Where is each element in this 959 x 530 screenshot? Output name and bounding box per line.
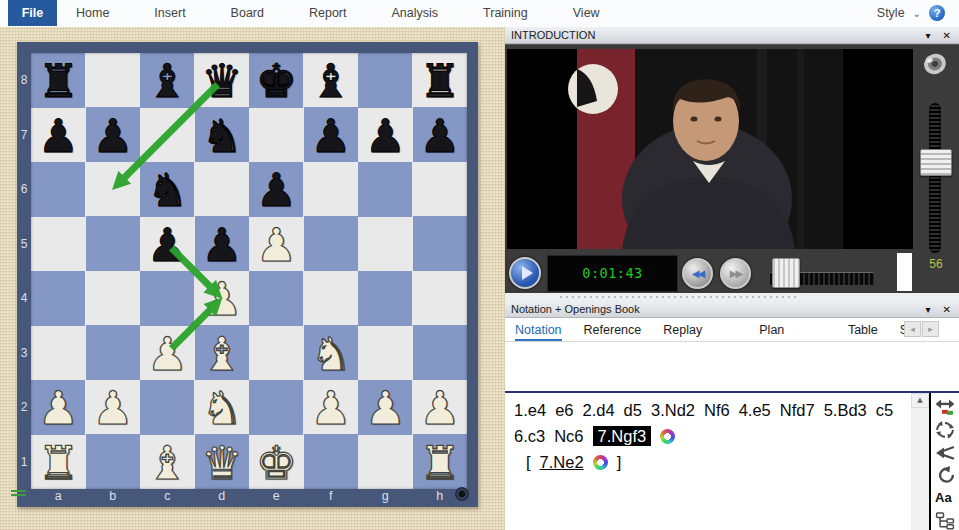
black-bishop-f8[interactable]: ♝ (304, 53, 359, 108)
menu-item-view[interactable]: View (573, 6, 600, 20)
play-button[interactable] (509, 257, 541, 289)
board-corner-button[interactable] (455, 487, 469, 501)
white-knight-d2[interactable]: ♞ (195, 380, 250, 435)
tab-table[interactable]: Table (848, 318, 878, 341)
white-pawn-g2[interactable]: ♟ (358, 380, 413, 435)
rewind-button[interactable]: ◀◀ (682, 258, 713, 289)
fast-forward-icon: ▶▶ (730, 268, 741, 279)
close-icon[interactable]: ✕ (943, 301, 951, 318)
moves-area[interactable]: 1.e4e62.d4d53.Nd2Nf64.e5Nfd75.Bd3c56.c3N… (505, 393, 911, 530)
font-icon[interactable]: Aa (935, 489, 955, 507)
move-token[interactable]: Nf6 (704, 401, 730, 419)
rank-labels: 87654321 (17, 53, 31, 489)
black-rook-h8[interactable]: ♜ (413, 53, 468, 108)
black-pawn-d5[interactable]: ♟ (195, 217, 250, 272)
rank-label-3: 3 (17, 326, 31, 381)
tab-plan-explorer[interactable]: Plan Explorer (759, 318, 826, 341)
white-bishop-c1[interactable]: ♝ (140, 435, 195, 490)
white-knight-f3[interactable]: ♞ (304, 326, 359, 381)
white-pawn-f2[interactable]: ♟ (304, 380, 359, 435)
black-knight-d7[interactable]: ♞ (195, 108, 250, 163)
help-icon[interactable]: ? (929, 5, 945, 21)
variation-bracket: [ (526, 453, 531, 471)
move-token[interactable]: 6.c3 (514, 427, 545, 445)
volume-slider-track[interactable] (929, 103, 941, 253)
black-pawn-a7[interactable]: ♟ (31, 108, 86, 163)
move-token[interactable]: Nc6 (554, 427, 583, 445)
speaker-icon (921, 51, 949, 77)
white-bishop-d3[interactable]: ♝ (195, 326, 250, 381)
white-pawn-h2[interactable]: ♟ (413, 380, 468, 435)
notation-panel-titlebar: Notation + Openings Book ▾ ✕ (505, 301, 959, 318)
white-pawn-e5[interactable]: ♟ (249, 217, 304, 272)
black-queen-d8[interactable]: ♛ (195, 53, 250, 108)
scroll-up-icon[interactable]: ▲ (911, 393, 929, 408)
menu-item-board[interactable]: Board (231, 6, 264, 20)
swap-moves-icon[interactable] (935, 398, 955, 416)
fast-forward-button[interactable]: ▶▶ (720, 258, 751, 289)
tab-replay-training[interactable]: Replay training (663, 318, 737, 341)
black-pawn-b7[interactable]: ♟ (86, 108, 141, 163)
move-token[interactable]: 7.Ne2 (540, 453, 584, 471)
move-token[interactable]: Nfd7 (780, 401, 815, 419)
white-pawn-a2[interactable]: ♟ (31, 380, 86, 435)
tab-scroll-left-button[interactable]: ◂ (904, 321, 921, 337)
color-ring-icon[interactable] (660, 429, 675, 444)
tree-icon[interactable] (935, 512, 955, 530)
move-line-3: [7.Ne2] (514, 449, 911, 475)
move-token[interactable]: d5 (624, 401, 642, 419)
tab-scroll-right-button[interactable]: ▸ (922, 321, 939, 337)
panel-splitter[interactable] (505, 293, 959, 301)
move-token[interactable]: 5.Bd3 (824, 401, 867, 419)
chevron-down-icon[interactable]: ⌄ (913, 8, 921, 19)
collapse-icon[interactable]: ▾ (926, 301, 931, 318)
file-label-c: c (140, 489, 195, 506)
volume-slider-handle[interactable] (920, 149, 952, 176)
tab-reference[interactable]: Reference (584, 318, 642, 341)
white-pawn-c3[interactable]: ♟ (140, 326, 195, 381)
menu-item-report[interactable]: Report (309, 6, 347, 20)
menu-item-analysis[interactable]: Analysis (392, 6, 439, 20)
move-token[interactable]: 2.d4 (582, 401, 614, 419)
menu-item-home[interactable]: Home (76, 6, 109, 20)
time-current: 0:01:43 (582, 265, 642, 281)
hook-arrow-icon[interactable] (935, 466, 955, 484)
black-pawn-e6[interactable]: ♟ (249, 162, 304, 217)
video-frame[interactable] (507, 49, 913, 249)
collapse-icon[interactable]: ▾ (926, 27, 931, 44)
color-ring-icon[interactable] (593, 455, 608, 470)
black-pawn-c5[interactable]: ♟ (140, 217, 195, 272)
black-rook-a8[interactable]: ♜ (31, 53, 86, 108)
current-move[interactable]: 7.Ngf3 (593, 426, 652, 446)
timecode-display: 0:01:43 0:04:47 (547, 255, 678, 292)
white-king-e1[interactable]: ♚ (249, 435, 304, 490)
black-knight-c6[interactable]: ♞ (140, 162, 195, 217)
close-icon[interactable]: ✕ (943, 27, 951, 44)
black-pawn-h7[interactable]: ♟ (413, 108, 468, 163)
white-pawn-b2[interactable]: ♟ (86, 380, 141, 435)
black-bishop-c8[interactable]: ♝ (140, 53, 195, 108)
notation-tabstrip: NotationReferenceReplay trainingPlan Exp… (505, 318, 959, 342)
menu-item-insert[interactable]: Insert (154, 6, 185, 20)
seek-slider-handle[interactable] (772, 258, 800, 288)
merge-left-icon[interactable] (935, 444, 955, 462)
move-token[interactable]: 1.e4 (514, 401, 546, 419)
menu-item-training[interactable]: Training (483, 6, 528, 20)
white-rook-h1[interactable]: ♜ (413, 435, 468, 490)
move-token[interactable]: 4.e5 (739, 401, 771, 419)
pinwheel-icon[interactable] (935, 421, 955, 439)
white-rook-a1[interactable]: ♜ (31, 435, 86, 490)
black-pawn-g7[interactable]: ♟ (358, 108, 413, 163)
move-token[interactable]: e6 (555, 401, 573, 419)
move-token[interactable]: c5 (876, 401, 893, 419)
menu-bar: File HomeInsertBoardReportAnalysisTraini… (0, 0, 959, 28)
tab-notation[interactable]: Notation (515, 318, 562, 341)
white-queen-d1[interactable]: ♛ (195, 435, 250, 490)
moves-scrollbar[interactable]: ▲ (911, 393, 929, 530)
black-pawn-f7[interactable]: ♟ (304, 108, 359, 163)
white-pawn-d4[interactable]: ♟ (195, 271, 250, 326)
style-menu[interactable]: Style (877, 6, 905, 20)
menu-file-button[interactable]: File (8, 0, 57, 26)
black-king-e8[interactable]: ♚ (249, 53, 304, 108)
move-token[interactable]: 3.Nd2 (651, 401, 695, 419)
